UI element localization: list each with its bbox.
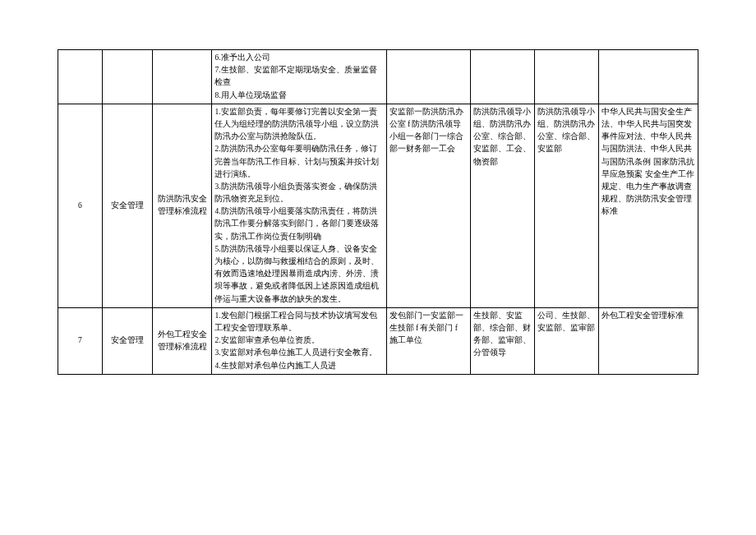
cell-laws: 中华人民共与国安全生产法、中华人民共与国突发事件应对法、中华人民共与国防洪法、中… [599,104,698,307]
cell-num: 7 [58,307,103,374]
cell-flow: 安监部一防洪防汛办公室 f 防洪防汛领导小组一各部门一综合部一财务部一工会 [386,104,471,307]
cell-flow: 发包部门一安监部一生技部 f 有关部门 f 施工单位 [386,307,471,374]
cell-resp [535,50,599,104]
cell-dept: 防洪防汛领导小组、防洪防汛办公室、综合部、安监部、工会、物资部 [471,104,535,307]
cell-name: 外包工程安全管理标准流程 [152,307,212,374]
cell-steps: 1.安监部负责，每年要修订完善以安全第一责任人为组经理的防洪防汛领导小组，设立防… [212,104,386,307]
cell-name [152,50,212,104]
cell-num: 6 [58,104,103,307]
table-row: 6.准予出入公司7.生技部、安监部不定期现场安全、质量监督检查8.用人单位现场监… [58,50,698,104]
process-table: 6.准予出入公司7.生技部、安监部不定期现场安全、质量监督检查8.用人单位现场监… [58,49,698,375]
table-row: 6 安全管理 防洪防汛安全管理标准流程 1.安监部负责，每年要修订完善以安全第一… [58,104,698,307]
cell-name: 防洪防汛安全管理标准流程 [152,104,212,307]
cell-steps: 6.准予出入公司7.生技部、安监部不定期现场安全、质量监督检查8.用人单位现场监… [212,50,386,104]
cell-dept: 生技部、安监部、综合部、财务部、监审部、分管领导 [471,307,535,374]
document-page: 6.准予出入公司7.生技部、安监部不定期现场安全、质量监督检查8.用人单位现场监… [0,0,756,399]
cell-resp: 防洪防汛领导小组、防洪防汛办公室、综合部、安监部 [535,104,599,307]
cell-steps: 1.发包部门根据工程合同与技术协议填写发包工程安全管理联系单。2.安监部审查承包… [212,307,386,374]
cell-category: 安全管理 [102,307,152,374]
cell-category: 安全管理 [102,104,152,307]
cell-laws: 外包工程安全管理标准 [599,307,698,374]
cell-num [58,50,103,104]
cell-category [102,50,152,104]
cell-laws [599,50,698,104]
cell-resp: 公司、生技部、安监部、监审部 [535,307,599,374]
cell-dept [471,50,535,104]
table-row: 7 安全管理 外包工程安全管理标准流程 1.发包部门根据工程合同与技术协议填写发… [58,307,698,374]
cell-flow [386,50,471,104]
